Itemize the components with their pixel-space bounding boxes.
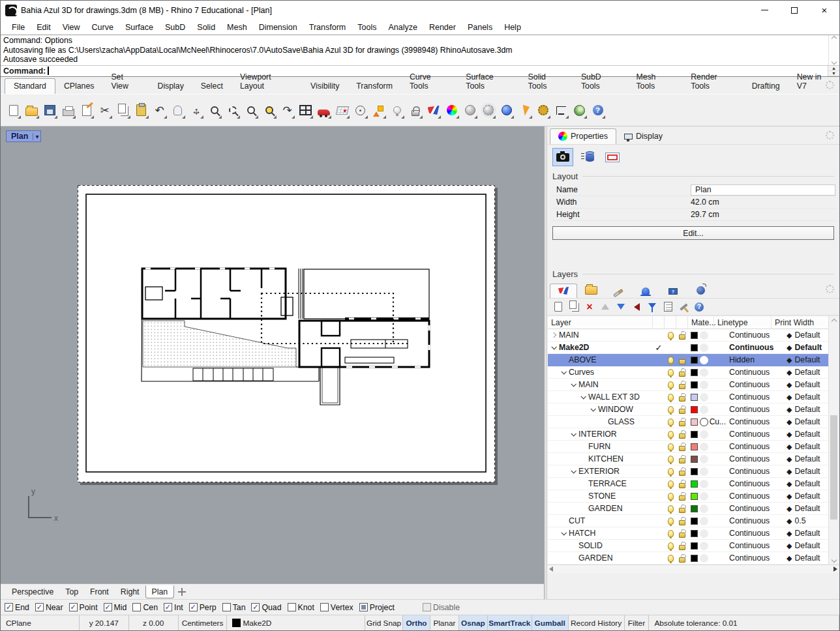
options-gear-button[interactable] [534, 100, 552, 120]
layer-visibility-cell[interactable] [665, 431, 676, 438]
material-circle-icon[interactable] [700, 430, 708, 439]
layer-linetype[interactable]: Continuous [726, 368, 783, 377]
bulb-icon[interactable] [668, 518, 674, 525]
layer-row-garden[interactable]: GARDENContinuous◆Default [548, 552, 839, 565]
status-gumball[interactable]: Gumball [532, 615, 569, 630]
unlocked-icon[interactable] [679, 557, 685, 563]
layer-visibility-cell[interactable] [665, 555, 676, 562]
layer-lock-cell[interactable] [676, 554, 688, 563]
scroll-down-icon[interactable] [832, 59, 837, 65]
bulb-icon[interactable] [668, 505, 674, 512]
layer-print-width[interactable]: ◆Default [783, 467, 828, 476]
layer-lock-cell[interactable] [676, 505, 688, 513]
collapse-chevron-icon[interactable] [561, 369, 566, 374]
layer-material-cell[interactable] [700, 356, 726, 364]
osnap-vertex[interactable]: Vertex [320, 603, 353, 612]
close-button[interactable]: × [809, 1, 839, 20]
layer-material-cell[interactable]: Cu... [700, 417, 726, 426]
document-info-button[interactable] [577, 148, 598, 166]
layer-print-width[interactable]: ◆Default [783, 479, 828, 488]
checkbox-project[interactable] [359, 603, 368, 611]
menu-analyze[interactable]: Analyze [382, 22, 423, 33]
layers-tab[interactable] [550, 284, 577, 298]
material-circle-icon[interactable] [700, 492, 708, 501]
menu-surface[interactable]: Surface [119, 22, 159, 33]
status-smarttrack[interactable]: SmartTrack [488, 615, 532, 630]
open-file-button[interactable] [23, 100, 40, 120]
layer-color-cell[interactable] [688, 406, 700, 413]
layer-print-width[interactable]: ◆Default [783, 504, 828, 513]
status-osnap[interactable]: Osnap [459, 615, 488, 630]
layer-row-exterior[interactable]: EXTERIORContinuous◆Default [548, 465, 839, 478]
materials-tab[interactable] [605, 289, 632, 298]
layer-color-cell[interactable] [688, 332, 700, 339]
checkbox-cen[interactable] [132, 603, 141, 611]
move-up-button[interactable] [598, 300, 612, 314]
cut-button[interactable]: ✂ [96, 100, 113, 120]
dimension-button[interactable] [552, 100, 570, 120]
layer-color-cell[interactable] [688, 344, 700, 351]
unlocked-icon[interactable] [679, 421, 685, 426]
bulb-icon[interactable] [668, 406, 674, 413]
layer-row-furn[interactable]: FURNContinuous◆Default [548, 441, 839, 453]
unlocked-icon[interactable] [679, 483, 685, 488]
undo-button[interactable]: ↶ [151, 100, 168, 120]
layer-linetype[interactable]: Continuous [726, 492, 783, 501]
layer-row-hatch[interactable]: HATCHContinuous◆Default [548, 527, 839, 540]
zoom-extents-button[interactable] [242, 100, 260, 120]
layer-row-window[interactable]: WINDOWContinuous◆Default [548, 404, 839, 416]
layer-material-cell[interactable] [700, 405, 726, 414]
checkbox-vertex[interactable] [320, 603, 329, 611]
checkbox-end[interactable]: ✓ [5, 603, 13, 611]
paste-button[interactable] [132, 100, 150, 120]
layer-color-cell[interactable] [688, 493, 700, 500]
layer-linetype[interactable]: Continuous [726, 330, 783, 340]
viewport-properties-button[interactable] [552, 148, 573, 166]
layout-name-input[interactable]: Plan [691, 184, 835, 196]
layer-color-cell[interactable] [688, 443, 700, 450]
osnap-quad[interactable]: ✓Quad [251, 603, 281, 612]
layer-color-swatch[interactable] [691, 431, 698, 438]
bulb-icon[interactable] [668, 357, 674, 364]
minimize-button[interactable] [749, 1, 779, 20]
layer-row-glass[interactable]: GLASSCu...Continuous◆Default [548, 416, 839, 428]
zoom-window-button[interactable] [224, 100, 241, 120]
layer-color-cell[interactable] [688, 456, 700, 463]
osnap-project[interactable]: Project [359, 603, 395, 612]
menu-file[interactable]: File [6, 22, 31, 33]
layer-lock-cell[interactable] [676, 356, 688, 364]
status-centimeters[interactable]: Centimeters [179, 615, 228, 630]
menu-curve[interactable]: Curve [86, 22, 119, 33]
layer-tools-button[interactable] [676, 300, 691, 314]
scroll-down-icon[interactable] [831, 557, 836, 562]
status-planar[interactable]: Planar [430, 615, 459, 630]
lamp-button[interactable] [388, 100, 406, 120]
object-snap-button[interactable] [370, 100, 387, 120]
bulb-icon[interactable] [668, 555, 674, 562]
layer-print-width[interactable]: ◆Default [783, 492, 828, 501]
layer-lock-cell[interactable] [676, 381, 688, 389]
color-wheel-button[interactable] [443, 100, 460, 120]
layer-material-cell[interactable] [700, 393, 726, 402]
tab-display[interactable]: Display [616, 129, 670, 144]
layer-row-kitchen[interactable]: KITCHENContinuous◆Default [548, 453, 839, 465]
layer-visibility-cell[interactable] [665, 406, 676, 413]
layer-color-cell[interactable] [688, 555, 700, 562]
bulb-icon[interactable] [668, 542, 674, 550]
bulb-icon[interactable] [668, 332, 674, 339]
layer-material-cell[interactable] [700, 381, 726, 389]
layer-material-cell[interactable] [700, 443, 726, 451]
toolbar-tab-drafting[interactable]: Drafting [743, 79, 788, 94]
layer-color-swatch[interactable] [691, 555, 698, 562]
move-down-button[interactable] [614, 300, 628, 314]
menu-solid[interactable]: Solid [191, 22, 221, 33]
layer-print-width[interactable]: ◆Default [783, 392, 828, 402]
layer-print-width[interactable]: ◆Default [783, 380, 828, 389]
collapse-chevron-icon[interactable] [571, 468, 576, 473]
layers-vertical-scrollbar[interactable] [828, 316, 839, 565]
maximize-button[interactable] [779, 1, 809, 20]
menu-view[interactable]: View [57, 22, 86, 33]
unlocked-icon[interactable] [679, 433, 685, 439]
material-circle-icon[interactable] [700, 344, 708, 352]
scroll-left-icon[interactable] [549, 566, 553, 572]
